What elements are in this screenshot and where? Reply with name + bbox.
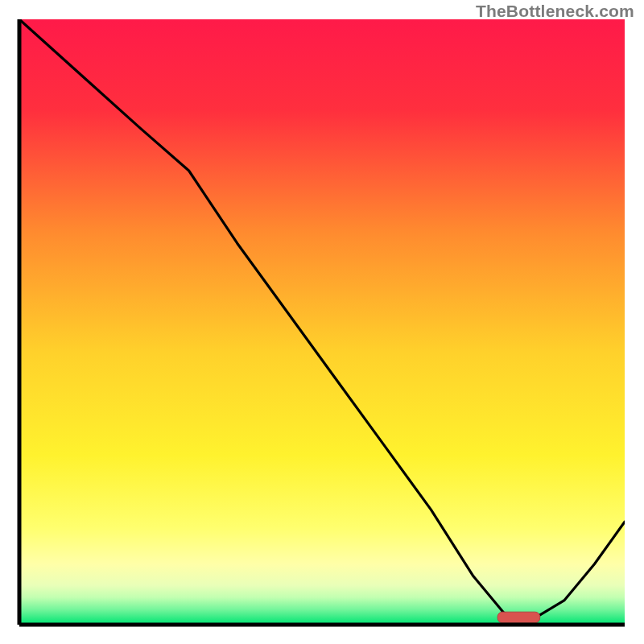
curve-layer <box>19 19 625 625</box>
optimal-range-marker <box>497 612 540 623</box>
plot-area <box>19 19 625 625</box>
bottleneck-chart: TheBottleneck.com <box>0 0 644 644</box>
watermark-label: TheBottleneck.com <box>476 2 634 21</box>
mismatch-curve <box>19 19 625 619</box>
